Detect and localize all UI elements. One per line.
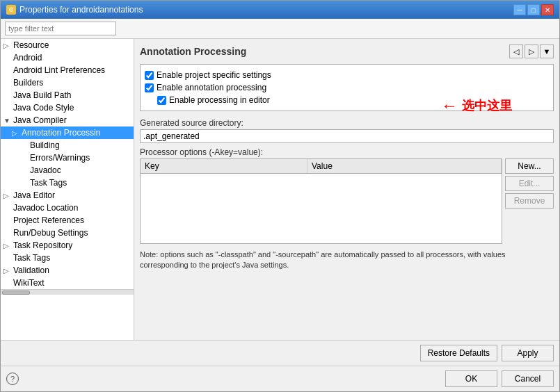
expand-arrow: ▼ <box>3 117 12 124</box>
maximize-button[interactable]: □ <box>527 4 540 15</box>
sidebar: ▷ Resource Android Android Lint Preferen… <box>1 39 134 340</box>
nav-buttons: ◁ ▷ ▼ <box>509 44 554 58</box>
sidebar-item-label: Task Tags <box>13 253 50 263</box>
sidebar-item-label: Project References <box>13 215 84 225</box>
checkbox-project-specific-row: Enable project specific settings <box>145 69 549 81</box>
table-with-buttons: Key Value New... Edit... Remove <box>140 158 554 244</box>
sidebar-item-run-debug[interactable]: Run/Debug Settings <box>1 227 134 239</box>
minimize-button[interactable]: ─ <box>513 4 526 15</box>
sidebar-item-validation[interactable]: ▷ Validation <box>1 264 134 277</box>
sidebar-item-label: Annotation Processin <box>22 128 100 138</box>
panel-title: Annotation Processing <box>140 46 246 57</box>
sidebar-item-label: Android <box>13 53 42 63</box>
new-button[interactable]: New... <box>505 158 554 174</box>
bottom-buttons: Restore Defaults Apply <box>1 340 559 366</box>
sidebar-item-label: Resource <box>13 40 49 50</box>
main-content: ▷ Resource Android Android Lint Preferen… <box>1 39 559 340</box>
side-buttons: New... Edit... Remove <box>505 158 554 244</box>
table-col-key: Key <box>141 159 307 173</box>
sidebar-item-label: Building <box>30 140 60 150</box>
sidebar-item-label: Task Repository <box>13 240 72 250</box>
sidebar-item-label: Java Build Path <box>13 90 71 100</box>
sidebar-item-java-code-style[interactable]: Java Code Style <box>1 101 134 114</box>
expand-arrow: ▷ <box>12 129 20 137</box>
checkbox-annotation-processing-row: Enable annotation processing <box>145 81 549 94</box>
checkbox-processing-editor[interactable] <box>157 96 166 105</box>
processor-table: Key Value <box>140 158 502 244</box>
settings-area: Enable project specific settings Enable … <box>140 64 554 111</box>
table-col-value: Value <box>307 159 502 173</box>
dropdown-button[interactable]: ▼ <box>540 44 554 58</box>
expand-arrow: ▷ <box>3 267 12 275</box>
sidebar-item-annotation-processing[interactable]: ▷ Annotation Processin <box>1 126 134 139</box>
checkbox-project-specific-label[interactable]: Enable project specific settings <box>157 70 271 80</box>
sidebar-item-errors-warnings[interactable]: Errors/Warnings <box>1 152 134 164</box>
scrollbar-thumb <box>2 291 30 295</box>
sidebar-item-java-build-path[interactable]: Java Build Path <box>1 89 134 101</box>
right-panel-inner: Annotation Processing ◁ ▷ ▼ Enable proje… <box>134 39 559 340</box>
sidebar-item-javadoc[interactable]: Javadoc <box>1 164 134 177</box>
ok-cancel-area: OK Cancel <box>445 370 554 387</box>
sidebar-scrollbar[interactable] <box>1 289 134 295</box>
right-panel: Annotation Processing ◁ ▷ ▼ Enable proje… <box>134 39 559 340</box>
filter-bar <box>1 19 559 39</box>
expand-arrow: ▷ <box>3 42 12 49</box>
sidebar-item-builders[interactable]: Builders <box>1 76 134 89</box>
source-dir-input[interactable] <box>140 129 554 143</box>
forward-button[interactable]: ▷ <box>525 44 538 58</box>
sidebar-item-android[interactable]: Android <box>1 51 134 64</box>
sidebar-item-label: Java Code Style <box>13 103 74 113</box>
checkbox-annotation-processing-label[interactable]: Enable annotation processing <box>157 83 266 92</box>
filter-input[interactable] <box>5 22 116 35</box>
sidebar-item-label: WikiText <box>13 278 45 288</box>
sidebar-item-wikitext[interactable]: WikiText <box>1 277 134 289</box>
title-bar: ⚙ Properties for androidannotations ─ □ … <box>1 1 559 19</box>
sidebar-item-android-lint[interactable]: Android Lint Preferences <box>1 64 134 76</box>
help-ok-cancel-bar: ? OK Cancel <box>1 366 559 391</box>
sidebar-item-label: Android Lint Preferences <box>13 65 105 75</box>
dialog: ⚙ Properties for androidannotations ─ □ … <box>0 0 560 392</box>
cancel-button[interactable]: Cancel <box>502 370 554 387</box>
checkbox-annotation-processing[interactable] <box>145 83 154 92</box>
sidebar-item-task-tags2[interactable]: Task Tags <box>1 252 134 264</box>
expand-arrow: ▷ <box>3 242 12 250</box>
processor-options-label: Processor options (-Akey=value): <box>140 147 554 157</box>
sidebar-item-label: Javadoc <box>30 165 61 175</box>
sidebar-item-label: Java Compiler <box>13 115 67 125</box>
checkbox-processing-editor-row: Enable processing in editor <box>145 94 549 106</box>
checkbox-processing-editor-label[interactable]: Enable processing in editor <box>169 95 270 105</box>
remove-button[interactable]: Remove <box>505 193 554 209</box>
sidebar-item-project-references[interactable]: Project References <box>1 214 134 227</box>
source-dir-label: Generated source directory: <box>140 118 554 128</box>
help-button[interactable]: ? <box>6 373 19 385</box>
close-button[interactable]: ✕ <box>541 4 554 15</box>
checkbox-project-specific[interactable] <box>145 71 154 80</box>
expand-arrow: ▷ <box>3 192 12 199</box>
note-text: Note: options such as "-classpath" and "… <box>140 250 554 271</box>
sidebar-item-javadoc-location[interactable]: Javadoc Location <box>1 202 134 214</box>
sidebar-item-java-editor[interactable]: ▷ Java Editor <box>1 189 134 202</box>
sidebar-item-label: Builders <box>13 78 43 88</box>
back-button[interactable]: ◁ <box>509 44 523 58</box>
dialog-title: Properties for androidannotations <box>19 5 143 15</box>
sidebar-item-label: Javadoc Location <box>13 203 78 213</box>
apply-button[interactable]: Apply <box>502 345 554 361</box>
sidebar-item-label: Run/Debug Settings <box>13 228 88 238</box>
sidebar-item-label: Task Tags <box>30 178 67 188</box>
edit-button[interactable]: Edit... <box>505 176 554 191</box>
sidebar-item-building[interactable]: Building <box>1 139 134 152</box>
panel-header: Annotation Processing ◁ ▷ ▼ <box>140 44 554 58</box>
sidebar-item-task-repository[interactable]: ▷ Task Repository <box>1 239 134 252</box>
sidebar-item-label: Java Editor <box>13 190 55 200</box>
sidebar-item-label: Errors/Warnings <box>30 153 90 163</box>
dialog-icon: ⚙ <box>6 5 16 15</box>
table-header: Key Value <box>141 159 502 174</box>
sidebar-item-label: Validation <box>13 266 49 275</box>
sidebar-item-java-compiler[interactable]: ▼ Java Compiler <box>1 114 134 126</box>
sidebar-item-task-tags[interactable]: Task Tags <box>1 177 134 189</box>
ok-button[interactable]: OK <box>445 370 497 387</box>
restore-defaults-button[interactable]: Restore Defaults <box>420 345 497 361</box>
sidebar-item-resource[interactable]: ▷ Resource <box>1 39 134 51</box>
table-body <box>141 174 502 243</box>
